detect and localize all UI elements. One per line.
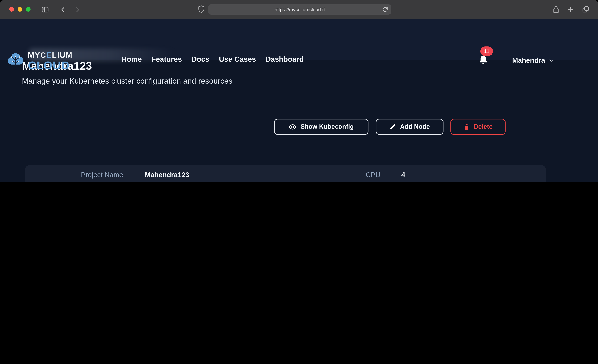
tab-overview-icon[interactable] [582,6,590,13]
address-bar[interactable]: https://myceliumcloud.tf [208,4,391,15]
brand-cloud: CLOUD [28,60,73,71]
username: Mahendra [512,56,545,64]
delete-label: Delete [474,123,493,130]
top-navbar: MYCELIUM CLOUD Home Features Docs Use Ca… [0,19,598,60]
eye-icon [289,123,297,131]
cpu-label: CPU [299,171,380,179]
delete-cluster-button[interactable]: Delete [450,119,506,135]
brand-lium: LIUM [52,51,73,59]
project-name-value: Mahendra123 [145,171,189,179]
project-name-label: Project Name [33,171,123,179]
pencil-icon [389,124,396,130]
add-node-button[interactable]: Add Node [376,119,443,135]
zoom-window-button[interactable] [26,7,31,12]
browser-window: https://myceliumcloud.tf [0,0,598,182]
notification-count-badge: 11 [480,46,493,56]
show-kubeconfig-label: Show Kubeconfig [300,123,354,130]
back-icon[interactable] [60,6,67,13]
notifications-bell-icon[interactable] [478,55,489,67]
brand-e: E [46,51,52,59]
show-kubeconfig-button[interactable]: Show Kubeconfig [274,119,368,135]
nav-link-features[interactable]: Features [151,55,182,64]
reload-icon[interactable] [382,6,388,14]
add-node-label: Add Node [400,123,430,130]
cpu-value: 4 [401,171,405,179]
brand-wordmark[interactable]: MYCELIUM CLOUD [28,51,73,71]
user-menu[interactable]: Mahendra [512,56,554,64]
browser-chrome: https://myceliumcloud.tf [0,0,598,19]
url-text: https://myceliumcloud.tf [275,7,325,12]
nav-link-home[interactable]: Home [122,55,142,64]
sidebar-toggle-icon[interactable] [41,6,49,14]
share-icon[interactable] [552,5,560,14]
privacy-shield-icon[interactable] [198,5,205,14]
trash-icon [463,123,470,130]
close-window-button[interactable] [9,7,14,12]
nav-link-use-cases[interactable]: Use Cases [219,55,256,64]
mycelium-logo-icon[interactable] [7,52,24,70]
nav-links: Home Features Docs Use Cases Dashboard [122,38,304,79]
chevron-down-icon [549,58,554,63]
nav-link-dashboard[interactable]: Dashboard [266,55,304,64]
new-tab-icon[interactable] [567,6,574,13]
nav-link-docs[interactable]: Docs [191,55,209,64]
forward-icon[interactable] [74,6,81,13]
brand-myc: MYC [28,51,46,59]
minimize-window-button[interactable] [17,7,22,12]
screen: https://myceliumcloud.tf [0,0,598,182]
